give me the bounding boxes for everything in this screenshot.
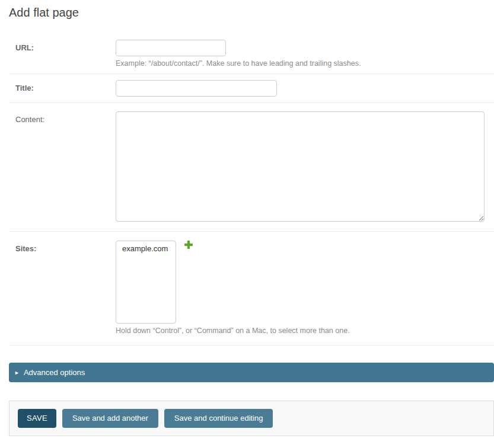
title-input[interactable] xyxy=(116,80,277,97)
title-field-col xyxy=(116,80,494,97)
save-button[interactable]: SAVE xyxy=(18,409,56,428)
flatpage-form: URL: Example: “/about/contact/”. Make su… xyxy=(9,33,494,436)
collapse-arrow-icon: ► xyxy=(14,370,20,376)
sites-label: Sites: xyxy=(15,244,36,253)
advanced-options-section: ►Advanced options xyxy=(9,363,494,382)
save-and-continue-editing-button[interactable]: Save and continue editing xyxy=(164,409,273,428)
url-label: URL: xyxy=(15,43,34,52)
form-row-content: Content: xyxy=(9,103,494,232)
title-label-col: Title: xyxy=(15,80,116,92)
url-field-col: Example: “/about/contact/”. Make sure to… xyxy=(116,40,494,68)
url-label-col: URL: xyxy=(15,40,116,52)
title-label: Title: xyxy=(15,84,34,92)
submit-row: SAVE Save and add another Save and conti… xyxy=(9,401,494,436)
url-input[interactable] xyxy=(116,40,226,56)
content-label: Content: xyxy=(15,115,44,124)
advanced-options-label: Advanced options xyxy=(24,368,85,377)
main-fieldset: URL: Example: “/about/contact/”. Make su… xyxy=(9,33,494,345)
content-label-col: Content: xyxy=(15,111,116,124)
sites-option[interactable]: example.com xyxy=(116,241,176,255)
form-row-sites: Sites: example.com Hold down “Control xyxy=(9,232,494,345)
plus-icon xyxy=(184,240,193,249)
sites-label-col: Sites: xyxy=(15,241,116,253)
url-help-text: Example: “/about/contact/”. Make sure to… xyxy=(116,59,494,68)
advanced-options-toggle[interactable]: ►Advanced options xyxy=(9,363,494,382)
sites-select[interactable]: example.com xyxy=(116,241,176,324)
sites-help-text: Hold down “Control”, or “Command” on a M… xyxy=(116,327,494,335)
content-textarea[interactable] xyxy=(116,111,485,222)
form-row-url: URL: Example: “/about/contact/”. Make su… xyxy=(9,33,494,74)
form-row-title: Title: xyxy=(9,74,494,103)
sites-widget: example.com xyxy=(116,241,494,324)
save-and-add-another-button[interactable]: Save and add another xyxy=(62,409,158,428)
page-title: Add flat page xyxy=(9,6,494,20)
change-form: URL: Example: “/about/contact/”. Make su… xyxy=(9,33,494,436)
sites-field-col: example.com Hold down “Control”, or “Com… xyxy=(116,241,494,335)
content-field-col xyxy=(116,111,494,222)
add-site-plus-icon[interactable] xyxy=(184,240,193,249)
